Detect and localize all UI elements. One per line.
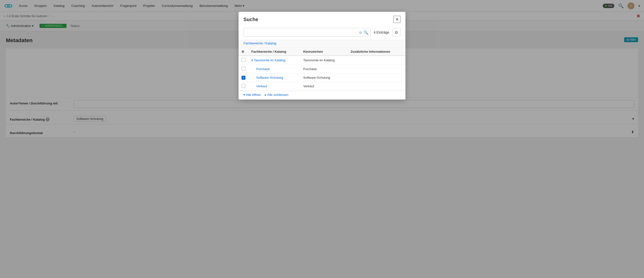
row-checkbox-verkauf[interactable] [242, 84, 246, 88]
row-checkbox-purchase[interactable] [242, 67, 246, 71]
modal-close-button[interactable]: ✕ [393, 16, 400, 23]
row-name-link-verkauf[interactable]: Verkauf [256, 84, 267, 88]
col-select: ⊘ [238, 48, 248, 56]
col-zusatz: Zusätzliche Informationen [348, 48, 406, 56]
col-kennzeichen: Kennzeichen [300, 48, 348, 56]
search-go-icon[interactable]: 🔍 [364, 30, 368, 35]
search-input-wrapper: ⊗ 🔍 [244, 28, 370, 37]
modal-header: Suche ✕ [238, 12, 406, 26]
table-row: Software-SchulungSoftware-Schulung [238, 73, 406, 82]
settings-icon: ⚙ [395, 30, 398, 35]
row-checkbox-software[interactable] [242, 76, 246, 80]
modal-search-row: ⊗ 🔍 4 Einträge ⚙ [238, 26, 406, 40]
checkbox-cell[interactable] [238, 73, 248, 82]
row-zusatz-cell [348, 56, 406, 65]
row-name-cell: ▾Taxonomie im Katalog [248, 56, 300, 65]
modal-breadcrumb[interactable]: Fachbereiche / Katalog [238, 40, 406, 48]
modal-footer: ▾ Alle öffnen ▸ Alle schliessen [238, 91, 406, 99]
row-name-link-software[interactable]: Software-Schulung [256, 76, 283, 79]
row-zusatz-cell [348, 82, 406, 90]
table-row: PurchasePurchase [238, 65, 406, 73]
table-row: ▾Taxonomie im KatalogTaxonomie im Katalo… [238, 56, 406, 65]
search-modal: Suche ✕ ⊗ 🔍 4 Einträge ⚙ Fachbereiche / … [238, 12, 406, 99]
search-clear-icon[interactable]: ⊗ [359, 30, 362, 35]
row-kennzeichen-cell: Taxonomie im Katalog [300, 56, 348, 65]
row-kennzeichen-cell: Software-Schulung [300, 73, 348, 82]
row-zusatz-cell [348, 65, 406, 73]
checkbox-cell[interactable] [238, 82, 248, 90]
search-input[interactable] [246, 30, 357, 34]
row-name-cell: Purchase [248, 65, 300, 73]
expand-icon[interactable]: ▾ [251, 58, 253, 62]
row-kennzeichen-cell: Purchase [300, 65, 348, 73]
row-name-cell: Software-Schulung [248, 73, 300, 82]
modal-title: Suche [244, 17, 258, 22]
checkbox-cell[interactable] [238, 65, 248, 73]
modal-overlay: Suche ✕ ⊗ 🔍 4 Einträge ⚙ Fachbereiche / … [0, 0, 644, 278]
search-results-count: 4 Einträge [374, 30, 389, 34]
row-name-link-purchase[interactable]: Purchase [256, 67, 270, 71]
row-checkbox-taxonomie[interactable] [242, 58, 246, 62]
select-all-icon: ⊘ [242, 50, 244, 53]
col-name: Fachbereiche / Katalog [248, 48, 300, 56]
expand-all-button[interactable]: ▾ Alle öffnen [244, 93, 261, 97]
collapse-all-button[interactable]: ▸ Alle schliessen [265, 93, 288, 97]
row-zusatz-cell [348, 73, 406, 82]
table-row: VerkaufVerkauf [238, 82, 406, 90]
search-settings-button[interactable]: ⚙ [392, 28, 400, 36]
checkbox-cell[interactable] [238, 56, 248, 65]
modal-table: ⊘ Fachbereiche / Katalog Kennzeichen Zus… [238, 48, 406, 91]
table-header-row: ⊘ Fachbereiche / Katalog Kennzeichen Zus… [238, 48, 406, 56]
row-name-link-taxonomie[interactable]: Taxonomie im Katalog [254, 58, 286, 62]
row-kennzeichen-cell: Verkauf [300, 82, 348, 90]
row-name-cell: Verkauf [248, 82, 300, 90]
